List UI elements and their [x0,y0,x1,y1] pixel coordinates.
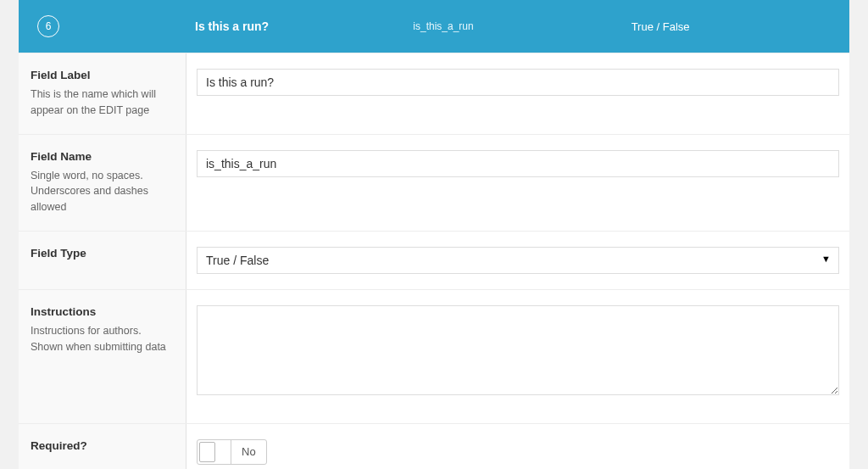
input-col-field-name [186,135,849,231]
field-order-cell: 6 [19,15,186,37]
header-field-name: is_this_a_run [413,20,631,32]
label-col-field-name: Field Name Single word, no spaces. Under… [19,135,186,231]
title-instructions: Instructions [31,305,174,318]
header-field-label: Is this a run? [186,20,413,33]
input-field-label[interactable] [197,69,839,96]
desc-instructions: Instructions for authors. Shown when sub… [31,323,174,355]
required-toggle[interactable]: No [197,439,267,465]
row-field-label: Field Label This is the name which will … [19,53,849,134]
row-instructions: Instructions Instructions for authors. S… [19,289,849,423]
select-field-type[interactable]: True / False [197,247,839,274]
input-field-name[interactable] [197,150,839,177]
label-col-required: Required? [19,424,186,469]
textarea-instructions[interactable] [197,305,839,395]
title-required: Required? [31,439,174,452]
desc-field-label: This is the name which will appear on th… [31,87,174,119]
header-field-type: True / False [632,20,849,33]
toggle-track [198,440,231,464]
toggle-label: No [231,445,266,458]
select-wrap-field-type: True / False ▼ [197,247,839,274]
input-col-instructions [186,290,849,423]
input-col-field-label [186,53,849,134]
field-header-row[interactable]: 6 Is this a run? is_this_a_run True / Fa… [19,0,849,53]
field-order-number: 6 [37,15,59,37]
label-col-field-type: Field Type [19,232,186,289]
toggle-knob [199,442,215,462]
row-field-name: Field Name Single word, no spaces. Under… [19,134,849,231]
label-col-instructions: Instructions Instructions for authors. S… [19,290,186,423]
row-required: Required? No [19,423,849,469]
desc-field-name: Single word, no spaces. Underscores and … [31,168,174,215]
title-field-label: Field Label [31,69,174,81]
title-field-name: Field Name [31,150,174,163]
input-col-field-type: True / False ▼ [186,232,849,289]
label-col-field-label: Field Label This is the name which will … [19,53,186,134]
field-editor-panel: 6 Is this a run? is_this_a_run True / Fa… [19,0,849,469]
title-field-type: Field Type [31,247,174,260]
input-col-required: No [186,424,849,469]
row-field-type: Field Type True / False ▼ [19,231,849,289]
